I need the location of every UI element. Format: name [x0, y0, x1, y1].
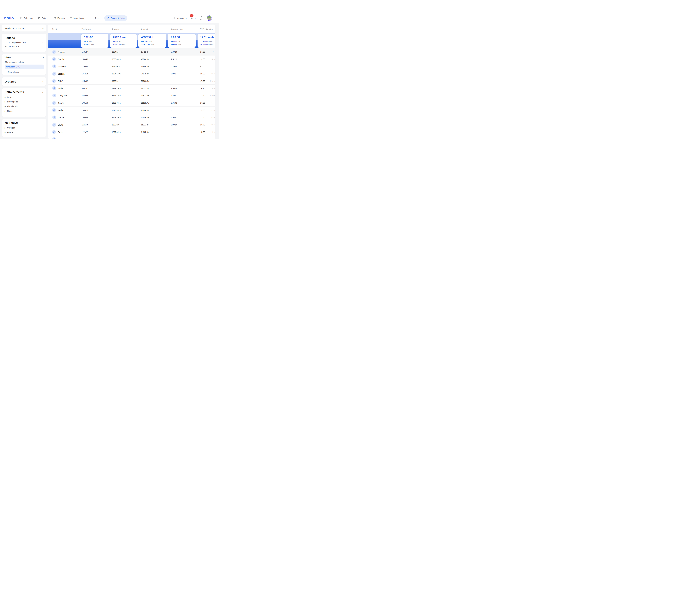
summary-min-value: 77 km — [113, 41, 118, 43]
summary-max-value: 20.00 km/h — [200, 44, 210, 46]
date-from-selector[interactable]: Du 01 September 2024 ▼ — [4, 41, 44, 44]
summary-max-label: max — [91, 44, 94, 46]
table-row[interactable]: Camille 253h48 3296.8 km 48564 d+ 7:51:1… — [48, 55, 216, 63]
nolio-logo[interactable]: nöliö — [4, 16, 14, 20]
nav-plus[interactable]: ＋ Plus ▼ — [92, 17, 102, 20]
table-row[interactable]: Chloé 225h32 3063 km 50760.6 d+ - 17.00 … — [48, 77, 216, 85]
chevron-up-icon[interactable]: ▲ — [43, 57, 44, 58]
cell-vol: 156h47 — [81, 51, 88, 53]
cell-sommeil: 7:39:19 — [171, 51, 177, 53]
summary-min-label: min — [119, 41, 121, 43]
nav-calendrier[interactable]: Calendrier — [20, 17, 33, 20]
cell-vol: 112h48 — [81, 124, 88, 126]
col-header-denivele: Dénivelé — [141, 28, 148, 30]
cell-distance: 3157.3 km — [112, 116, 121, 118]
table-row[interactable]: Tom 157h45 2485.4 km 47944 d+ 7:02:52 14… — [48, 136, 216, 139]
cell-vma: 19.30 — [200, 58, 205, 60]
summary-min-value: 0:54:00 — [170, 41, 177, 43]
monitoring-table: Sportif Vol. horaire Distance Dénivelé S… — [48, 25, 216, 139]
table-row[interactable]: Flavie 122h22 1297.3 km 14305 d+ - 15.50… — [48, 128, 216, 135]
messagerie-label: Messagerie — [177, 17, 187, 19]
cell-sommeil: 6:58:43 — [171, 116, 177, 118]
col-header-sportif: Sportif — [52, 28, 58, 30]
date-to-selector[interactable]: Au 06 May 2025 ▼ — [4, 45, 44, 47]
entrainements-title: Entraînements — [4, 90, 24, 94]
new-view-button[interactable]: ＋ Nouvelle vue — [4, 71, 44, 73]
chevron-right-icon: ▶ — [4, 132, 6, 133]
chevron-up-icon[interactable]: ▲ — [42, 122, 44, 123]
cell-distance: 3296.8 km — [112, 58, 121, 60]
cell-vma-date: 03 — [213, 138, 215, 139]
chevron-down-icon: ▼ — [195, 17, 196, 19]
chevron-down-icon: ▼ — [100, 17, 102, 19]
summary-card: 40567.8 d+ 906.1 d+min 133577 d+max — [138, 34, 166, 48]
table-row[interactable]: Benoît 173h50 1959.6 km 31196.7 d+ 7:05:… — [48, 99, 216, 106]
summary-card: 17.11 km/h 13.50 km/hmin 20.00 km/hmax — [197, 34, 216, 48]
athlete-avatar-icon — [52, 86, 56, 90]
athlete-name: Dorian — [58, 116, 64, 119]
chevron-down-icon: ▼ — [213, 17, 214, 19]
metriques-tree-item[interactable]: ▶ Cardiaque — [4, 127, 44, 129]
chevron-up-icon[interactable]: ▲ — [42, 91, 44, 93]
cell-vma-date: 06 oc — [211, 131, 215, 133]
groupes-card: Groupes ▼ — [2, 77, 46, 86]
athlete-avatar-icon — [52, 72, 56, 76]
chevron-down-icon: ▼ — [42, 46, 44, 47]
entrainements-tree-item[interactable]: ▶ Filtre sports — [4, 101, 44, 103]
nav-equipes[interactable]: Équipes — [54, 17, 65, 20]
notifications-button[interactable]: 9+ ▼ — [191, 16, 196, 20]
entrainements-tree-item[interactable]: ▶ Notes — [4, 110, 44, 112]
summary-card: 2512.9 km 77 kmmin 7834.1 kmmax — [110, 34, 137, 48]
cell-vma: - — [200, 65, 201, 68]
cell-distance: 959.9 km — [112, 65, 120, 68]
cell-denivele: 71877 d+ — [141, 94, 149, 97]
table-row[interactable]: Dorian 290h38 3157.3 km 65456 d+ 6:58:43… — [48, 114, 216, 121]
monitoring-title: Monitoring de groupe — [4, 27, 25, 29]
summary-max-label: max — [210, 44, 213, 46]
chevron-right-icon: ▶ — [4, 97, 6, 98]
store-icon — [70, 17, 72, 20]
cell-distance: 1297.3 km — [112, 131, 121, 133]
content-area: Monitoring de groupe « Période Du 01 Sep… — [0, 24, 219, 139]
cell-vma-date: 02 oc — [211, 124, 215, 126]
athlete-name: Florian — [58, 109, 64, 112]
new-view-label: Nouvelle vue — [8, 71, 19, 73]
chevron-down-icon[interactable]: ▼ — [42, 81, 44, 82]
col-header-vol: Vol. horaire — [81, 28, 91, 30]
cell-denivele: 65456 d+ — [141, 116, 149, 118]
entrainements-tree-item[interactable]: ▶ Séances — [4, 96, 44, 98]
messagerie-button[interactable]: Messagerie — [173, 17, 187, 20]
cell-distance: 1491.7 km — [112, 87, 121, 89]
user-menu[interactable]: ▼ — [207, 15, 214, 21]
view-item-active[interactable]: My custom view — [4, 64, 44, 69]
table-row[interactable]: Marie 93h18 1491.7 km 14135 d+ 7:59:20 1… — [48, 85, 216, 92]
summary-band: 197h32 4h10min 598h23max 2512.9 km 77 km… — [48, 33, 216, 48]
tree-item-label: Filtre sports — [7, 101, 18, 103]
athlete-name: Bastien — [58, 73, 64, 75]
cell-vma-date: 06 nove — [210, 80, 215, 82]
table-row[interactable]: Bastien 175h14 1304.1 km 74875 d+ 6:37:1… — [48, 70, 216, 77]
metriques-tree-item[interactable]: ▶ Forme — [4, 131, 44, 134]
cell-vma: 15.50 — [200, 131, 205, 133]
discover-nolio-button[interactable]: Découvrir Nolio — [104, 15, 127, 21]
table-row[interactable]: Thomas 156h47 2184 km 17411 d+ 7:39:19 1… — [48, 48, 216, 55]
table-row[interactable]: Laurie 112h48 1236 km 11877 d+ 8:30:20 1… — [48, 121, 216, 128]
table-row[interactable]: Françoise 282h46 3725.1 km 71877 d+ 7:26… — [48, 92, 216, 99]
collapse-sidebar-icon[interactable]: « — [42, 27, 44, 29]
nav-marketplace[interactable]: Marketplace ▼ — [70, 17, 87, 20]
athlete-avatar-icon — [52, 123, 56, 127]
nav-suivi[interactable]: Suivi ▼ — [38, 17, 48, 20]
date-from-label: Du — [4, 41, 8, 44]
entrainements-tree-item[interactable]: ▶ Filtre labels — [4, 105, 44, 107]
view-item-personal[interactable]: Ma vue personnalisée — [4, 61, 44, 63]
cell-vma: 17.60 — [200, 51, 205, 53]
date-from-value: 01 September 2024 — [9, 41, 26, 44]
cell-sommeil: 7:02:52 — [171, 138, 177, 139]
chat-icon — [173, 17, 176, 20]
athlete-name: Laurie — [58, 123, 63, 126]
table-row[interactable]: Florian 139h10 1712.9 km 21784 d+ - 19.5… — [48, 106, 216, 114]
table-row[interactable]: Matthieu 129h32 959.9 km 13946 d+ 5:49:0… — [48, 63, 216, 70]
tree-item-label: Notes — [7, 110, 13, 112]
help-button[interactable]: ? — [199, 16, 203, 20]
cell-vma: 17.50 — [200, 102, 205, 104]
